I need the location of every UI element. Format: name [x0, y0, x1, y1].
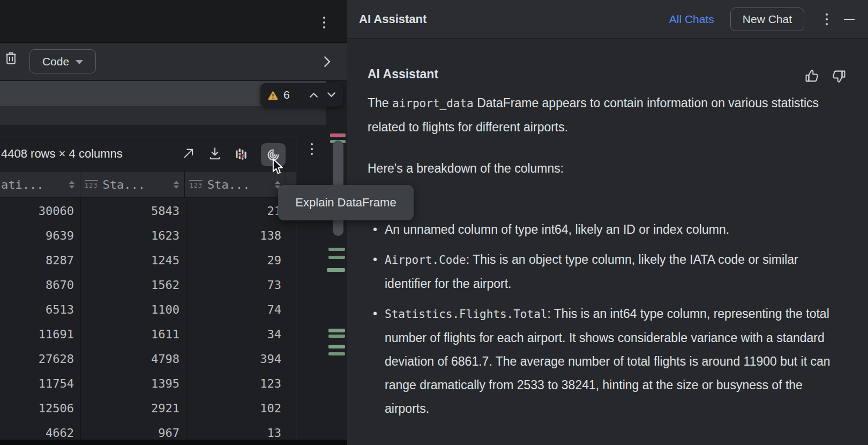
ai-assistant-panel: AI Assistant All Chats New Chat AI Assis… — [347, 0, 868, 445]
table-cell[interactable]: 73 — [186, 272, 288, 297]
inline-code: Airport.Code — [385, 254, 466, 266]
chart-settings-icon[interactable] — [235, 147, 248, 161]
stripe-mark-green[interactable] — [328, 256, 345, 259]
table-cell[interactable]: 34 — [186, 322, 288, 346]
table-cell[interactable]: 11754 — [0, 371, 81, 396]
table-cell[interactable]: 1611 — [81, 322, 186, 346]
hide-panel-icon[interactable] — [844, 19, 855, 20]
column-header[interactable]: 123Sta... — [80, 172, 185, 197]
table-cell[interactable]: 4798 — [81, 346, 186, 371]
table-cell[interactable]: 1562 — [81, 272, 186, 297]
panel-title: AI Assistant — [359, 12, 426, 26]
new-chat-button[interactable]: New Chat — [730, 8, 804, 31]
table-row[interactable]: 8670156273 — [0, 272, 296, 297]
bullet-item: Statistics.Flights.Total: This is an int… — [368, 302, 841, 420]
cell-toolbar: Code — [0, 43, 347, 80]
dataframe-summary: 4408 rows × 4 columns — [1, 147, 123, 161]
cell-type-dropdown[interactable]: Code — [29, 49, 96, 73]
message-bullet-list: An unnamed column of type int64, likely … — [368, 218, 841, 427]
table-row[interactable]: 30060584321 — [0, 198, 296, 223]
dataframe-viewer: 4408 rows × 4 columns — [0, 137, 296, 445]
table-cell[interactable]: 9639 — [0, 223, 81, 248]
table-cell[interactable]: 123 — [186, 371, 288, 396]
int-type-icon: 123 — [85, 180, 98, 189]
table-row[interactable]: 276284798394 — [0, 346, 296, 371]
table-row[interactable]: 6513110074 — [0, 297, 296, 322]
table-row[interactable]: 8287124529 — [0, 248, 296, 272]
table-cell[interactable]: 102 — [186, 396, 288, 420]
stripe-mark-green[interactable] — [328, 352, 345, 355]
inspections-widget[interactable]: 6 — [260, 83, 343, 107]
table-row[interactable]: 117541395123 — [0, 371, 296, 396]
table-cell[interactable]: 11691 — [0, 322, 81, 346]
message-author: AI Assistant — [368, 67, 438, 81]
open-in-new-window-icon[interactable] — [182, 147, 195, 160]
message-paragraph: The airport_data DataFrame appears to co… — [368, 91, 837, 139]
table-cell[interactable]: 8287 — [0, 248, 81, 272]
table-cell[interactable]: 21 — [186, 198, 288, 223]
collapse-right-icon[interactable] — [323, 56, 331, 68]
table-cell — [288, 322, 296, 346]
panel-more-options-icon[interactable] — [826, 13, 828, 25]
warning-count: 6 — [283, 88, 290, 101]
table-cell[interactable]: 1100 — [81, 297, 186, 322]
table-cell — [288, 272, 296, 297]
stripe-mark-green[interactable] — [328, 329, 345, 332]
table-row[interactable]: 11691161134 — [0, 322, 296, 346]
export-download-icon[interactable] — [208, 147, 222, 160]
table-cell — [288, 346, 296, 371]
table-cell — [288, 371, 296, 396]
window-top-bar — [0, 0, 347, 43]
table-cell[interactable]: 1395 — [81, 371, 186, 396]
table-cell[interactable]: 8670 — [0, 272, 81, 297]
cell-type-label: Code — [42, 55, 69, 68]
more-options-icon[interactable] — [323, 17, 325, 28]
column-header[interactable]: ati... — [0, 172, 80, 197]
inline-code: Statistics.Flights.Total — [385, 308, 547, 321]
table-cell[interactable]: 1623 — [81, 223, 186, 248]
table-cell[interactable]: 12506 — [0, 396, 81, 420]
stripe-mark-green[interactable] — [328, 248, 345, 251]
table-cell[interactable]: 29 — [186, 248, 288, 272]
stripe-mark-green[interactable] — [327, 268, 345, 272]
cell-output-band — [0, 106, 326, 125]
table-row[interactable]: 125062921102 — [0, 396, 296, 420]
table-cell[interactable]: 1245 — [81, 248, 186, 272]
column-label: Sta... — [103, 178, 145, 191]
dataframe-rows: 3006058432196391623138828712452986701562… — [0, 198, 296, 445]
next-warning-icon[interactable] — [327, 92, 336, 98]
table-cell — [288, 396, 296, 420]
table-row[interactable]: 96391623138 — [0, 223, 296, 248]
stripe-mark-green[interactable] — [328, 335, 345, 338]
table-cell[interactable]: 6513 — [0, 297, 81, 322]
previous-warning-icon[interactable] — [309, 92, 318, 98]
table-cell[interactable]: 2921 — [81, 396, 186, 420]
table-cell — [288, 223, 296, 248]
table-cell[interactable]: 30060 — [0, 198, 81, 223]
table-cell[interactable]: 74 — [186, 297, 288, 322]
bullet-item: Airport.Code: This is an object type col… — [368, 248, 841, 295]
table-cell[interactable]: 138 — [186, 223, 288, 248]
dataframe-more-options-icon[interactable] — [311, 143, 313, 155]
table-cell[interactable]: 394 — [186, 346, 288, 371]
chevron-down-icon — [76, 60, 83, 64]
table-cell[interactable]: 5843 — [81, 198, 186, 223]
ai-assistant-header: AI Assistant All Chats New Chat — [347, 0, 868, 39]
explain-dataframe-tooltip: Explain DataFrame — [278, 185, 414, 220]
all-chats-link[interactable]: All Chats — [669, 13, 714, 26]
message-paragraph: Here's a breakdown of the columns: — [368, 157, 837, 180]
sort-icon[interactable] — [69, 181, 74, 189]
inline-code: airport_data — [392, 97, 474, 110]
column-label: Sta... — [207, 178, 250, 191]
notebook-panel: Code 6 4408 rows × 4 columns — [0, 0, 347, 445]
delete-cell-icon[interactable] — [4, 50, 18, 65]
sort-icon[interactable] — [174, 181, 179, 189]
table-cell[interactable]: 27628 — [0, 346, 81, 371]
int-type-icon: 123 — [189, 180, 203, 189]
dataframe-header-row: ati...123Sta...123Sta... — [0, 171, 296, 198]
stripe-mark-pink[interactable] — [330, 134, 346, 137]
thumbs-down-icon[interactable] — [831, 69, 847, 84]
column-header[interactable]: 123Sta... — [185, 172, 286, 197]
thumbs-up-icon[interactable] — [804, 69, 820, 84]
stripe-mark-green[interactable] — [328, 345, 345, 348]
